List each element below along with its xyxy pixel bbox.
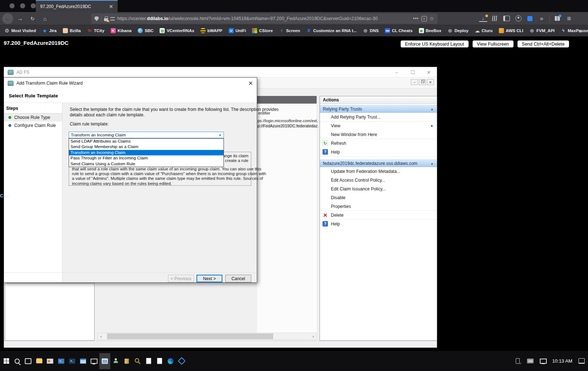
menu-icon[interactable] xyxy=(565,15,573,23)
powershell-admin-icon[interactable] xyxy=(66,353,77,369)
macos-close-button[interactable] xyxy=(9,3,15,8)
tracking-shield-icon[interactable] xyxy=(95,16,99,21)
scroll-left-icon[interactable]: ‹ xyxy=(98,333,104,340)
maximize-icon[interactable]: ☐ xyxy=(405,67,421,77)
lock-warning-icon[interactable] xyxy=(104,18,108,21)
overflow-chevron-icon[interactable] xyxy=(538,15,546,23)
relying-party-row[interactable]: p://FedAzure2019DC.federatedaz. xyxy=(257,124,317,128)
bookmark-item[interactable]: Customize an RNA t... xyxy=(306,28,357,33)
bookmark-item[interactable]: Cluru xyxy=(475,28,493,33)
dropdown-option[interactable]: Send LDAP Attributes as Claims xyxy=(69,139,224,144)
claim-rule-template-combobox[interactable]: Transform an Incoming Claim ▼ xyxy=(69,132,224,138)
action-item[interactable]: Help xyxy=(320,220,437,228)
extension-icon[interactable] xyxy=(526,15,534,23)
bookmark-item[interactable]: Bzilla xyxy=(63,28,81,33)
server-manager-icon[interactable] xyxy=(45,353,56,369)
page-actions-icon[interactable]: ••• xyxy=(413,16,419,21)
ad-users-icon[interactable] xyxy=(110,353,121,369)
action-item[interactable]: New Window from Here xyxy=(320,130,437,139)
cancel-button[interactable]: Cancel xyxy=(225,275,251,282)
bookmark-item[interactable]: Most Visited xyxy=(4,28,36,33)
child-close-icon[interactable]: ✕ xyxy=(427,79,434,85)
task-view-icon[interactable] xyxy=(23,353,34,369)
bookmark-item[interactable]: Kibana xyxy=(111,28,131,33)
console-button[interactable]: Send Ctrl+Alt+Delete xyxy=(518,40,569,47)
action-item[interactable]: Properties xyxy=(320,202,437,211)
horizontal-scrollbar[interactable]: ‹ › xyxy=(98,333,317,340)
browser-tab[interactable]: 97.200_FedAzure2019DC ✕ xyxy=(36,0,118,12)
toolbar-divider[interactable] xyxy=(549,15,550,22)
download-icon[interactable] xyxy=(479,15,487,22)
macos-zoom-button[interactable] xyxy=(31,3,36,8)
horizontal-scrollbar-thumb[interactable] xyxy=(107,333,273,339)
sidebar-icon[interactable] xyxy=(503,15,511,23)
dropdown-option[interactable]: Send Claims Using a Custom Rule xyxy=(69,161,224,167)
action-center-icon[interactable] xyxy=(578,358,585,365)
file-explorer-icon[interactable] xyxy=(34,353,45,369)
action-item[interactable]: Disable xyxy=(320,193,437,202)
document-icon[interactable] xyxy=(154,353,165,369)
url-bar[interactable]: https://vcenter.ddilabs.io/ui/webconsole… xyxy=(91,13,438,24)
dropdown-option[interactable]: Transform an Incoming Claim xyxy=(69,150,224,155)
relying-party-row[interactable]: ps://login.microsoftonline.com/ext. xyxy=(257,119,318,123)
bookmark-item[interactable]: Screen xyxy=(279,28,300,33)
action-item[interactable]: Edit Claim Issuance Policy... xyxy=(320,185,437,193)
console-button[interactable]: View Fullscreen xyxy=(473,40,513,47)
bookmarks-overflow-icon[interactable]: » xyxy=(579,25,582,36)
adfs-management-icon[interactable] xyxy=(99,353,110,369)
window-app-icon[interactable] xyxy=(77,353,88,369)
actions-group-header-fedazure[interactable]: fedazure2019dc.federatedazure.sso.ddiaws… xyxy=(320,159,437,167)
library-icon[interactable] xyxy=(491,15,499,23)
console-button[interactable]: Enforce US Keyboard Layout xyxy=(401,40,469,47)
tab-close-icon[interactable]: ✕ xyxy=(109,4,113,9)
console-tree-panel[interactable] xyxy=(5,283,95,341)
bookmark-item[interactable]: BeeBox xyxy=(419,28,442,33)
wizard-close-icon[interactable]: ✕ xyxy=(248,80,253,87)
action-item[interactable]: View xyxy=(320,121,437,130)
edge-beta-icon[interactable] xyxy=(165,353,176,369)
back-icon[interactable] xyxy=(2,13,13,24)
bookmark-item[interactable]: VCenterRNAs xyxy=(160,28,194,33)
bookmark-item[interactable]: SBC xyxy=(138,28,153,33)
bookmark-item[interactable]: MaxPause xyxy=(561,28,588,33)
bookmark-item[interactable]: UniFi xyxy=(229,28,246,33)
adfs-titlebar[interactable]: AD FS – ☐ ✕ xyxy=(4,67,437,77)
forward-icon[interactable] xyxy=(15,13,26,24)
action-item[interactable]: Update from Federation Metadata... xyxy=(320,167,437,176)
remote-desktop-icon[interactable] xyxy=(88,353,99,369)
taskbar-clock[interactable]: 10:13 AM xyxy=(552,358,572,364)
wizard-titlebar[interactable]: Add Transform Claim Rule Wizard ✕ xyxy=(4,78,257,89)
previous-button[interactable]: < Previous xyxy=(168,275,194,282)
dropdown-option[interactable]: Pass Through or Filter an Incoming Claim xyxy=(69,155,224,161)
permissions-icon[interactable] xyxy=(110,17,115,20)
bookmark-item[interactable]: Deploy xyxy=(447,28,468,33)
macos-minimize-button[interactable] xyxy=(20,3,25,8)
chevron-down-icon[interactable]: ▼ xyxy=(218,134,222,137)
next-button[interactable]: Next > xyxy=(196,275,222,282)
action-item[interactable]: Add Relying Party Trust... xyxy=(320,113,437,121)
search-icon[interactable] xyxy=(12,353,23,369)
bookmark-star-icon[interactable]: ☆ xyxy=(429,15,434,22)
actions-group-header-relying-party-trusts[interactable]: Relying Party Trusts xyxy=(320,105,437,113)
bookmark-item[interactable]: DNS xyxy=(363,28,379,33)
powershell-icon[interactable] xyxy=(56,353,66,369)
gift-extension-icon[interactable] xyxy=(553,15,561,23)
keys-icon[interactable] xyxy=(132,353,143,369)
minimize-icon[interactable]: – xyxy=(389,67,405,77)
notepad-icon[interactable] xyxy=(143,353,154,369)
url-text[interactable]: https://vcenter.ddilabs.io/ui/webconsole… xyxy=(117,16,411,21)
blue-diamond-icon[interactable] xyxy=(176,353,187,369)
usb-icon[interactable] xyxy=(514,358,521,365)
bookmark-item[interactable]: FVM_API xyxy=(530,28,555,33)
child-minimize-icon[interactable]: – xyxy=(411,79,418,85)
bookmark-item[interactable]: Jira xyxy=(42,28,57,33)
bookmark-item[interactable]: AWS CLI xyxy=(499,28,523,33)
action-item[interactable]: Refresh xyxy=(320,139,437,148)
bookmark-item[interactable]: CStore xyxy=(252,28,273,33)
close-icon[interactable]: ✕ xyxy=(421,67,437,77)
action-item[interactable]: Edit Access Control Policy... xyxy=(320,176,437,185)
action-item[interactable]: Delete xyxy=(320,211,437,220)
vmware-tools-icon[interactable] xyxy=(527,358,534,365)
account-icon[interactable] xyxy=(514,15,522,23)
reload-icon[interactable] xyxy=(27,13,38,24)
